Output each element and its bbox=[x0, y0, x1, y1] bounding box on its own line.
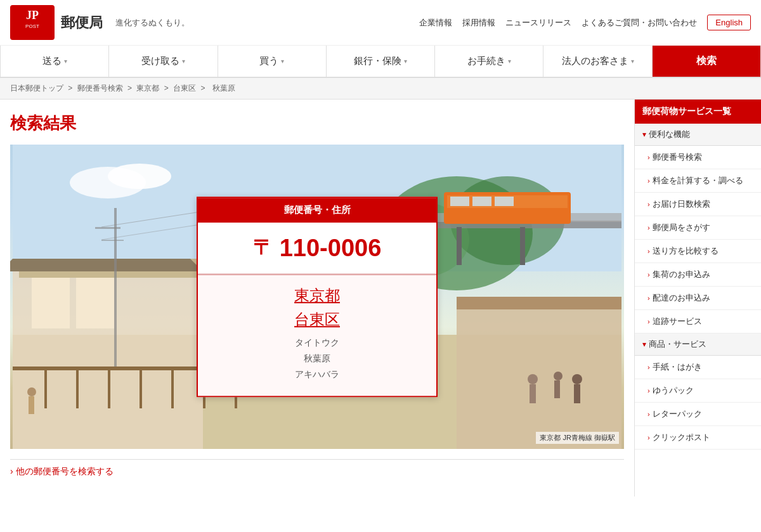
nav-receive[interactable]: 受け取る ▾ bbox=[109, 46, 218, 77]
main-content: 検索結果 bbox=[0, 100, 634, 496]
breadcrumb-separator: > bbox=[164, 84, 171, 93]
svg-rect-41 bbox=[29, 396, 34, 414]
main-nav: 送る ▾ 受け取る ▾ 買う ▾ 銀行・保険 ▾ お手続き ▾ 法人のお客さま … bbox=[0, 46, 761, 78]
recruit-link[interactable]: 採用情報 bbox=[462, 17, 495, 29]
svg-rect-29 bbox=[108, 370, 110, 408]
svg-rect-23 bbox=[495, 197, 514, 206]
chevron-right-icon: › bbox=[647, 153, 650, 161]
sidebar-item-tracking[interactable]: › 追跡サービス bbox=[635, 310, 761, 334]
other-search: 他の郵便番号を検索する bbox=[10, 459, 624, 484]
area-reading: アキハバラ bbox=[211, 367, 424, 383]
sidebar-section-useful[interactable]: ▾ 便利な機能 bbox=[635, 124, 761, 146]
address-section: 東京都 台東区 タイトウク 秋葉原 アキハバラ bbox=[198, 275, 436, 396]
nav-search[interactable]: 検索 bbox=[653, 46, 761, 77]
sidebar-item-letterpack[interactable]: › レターパック bbox=[635, 403, 761, 426]
chevron-right-icon: › bbox=[647, 224, 650, 231]
sidebar-item-delivery-days[interactable]: › お届け日数検索 bbox=[635, 193, 761, 216]
chevron-right-icon: › bbox=[647, 200, 650, 208]
svg-rect-44 bbox=[101, 240, 124, 241]
arrow-icon: ▾ bbox=[642, 130, 646, 139]
hero-area: 郵便番号・住所 〒 110-0006 東京都 台東区 タイトウク 秋葉原 アキハ… bbox=[10, 145, 624, 449]
breadcrumb-separator: > bbox=[200, 84, 207, 93]
header-top: JP POST 郵便局 進化するぬくもり。 企業情報 採用情報 ニュースリリース… bbox=[0, 0, 761, 46]
sidebar: 郵便荷物サービス一覧 ▾ 便利な機能 › 郵便番号検索 › 料金を計算する・調べ… bbox=[634, 100, 761, 496]
svg-rect-21 bbox=[450, 197, 469, 206]
postal-code-value: 110-0006 bbox=[280, 235, 382, 262]
svg-rect-14 bbox=[76, 278, 114, 328]
nav-procedures[interactable]: お手続き ▾ bbox=[435, 46, 543, 77]
postal-code-row: 〒 110-0006 bbox=[198, 223, 436, 274]
breadcrumb-current: 秋葉原 bbox=[212, 84, 235, 93]
svg-rect-42 bbox=[114, 208, 117, 367]
svg-rect-22 bbox=[472, 197, 491, 206]
faq-link[interactable]: よくあるご質問・お問い合わせ bbox=[582, 17, 697, 29]
breadcrumb: 日本郵便トップ > 郵便番号検索 > 東京都 > 台東区 > 秋葉原 bbox=[0, 78, 761, 100]
result-card-header: 郵便番号・住所 bbox=[198, 198, 436, 223]
other-search-link[interactable]: 他の郵便番号を検索する bbox=[10, 466, 114, 476]
svg-rect-25 bbox=[520, 227, 525, 265]
jp-post-logo: JP POST bbox=[10, 5, 55, 40]
english-button[interactable]: English bbox=[707, 15, 751, 30]
sidebar-item-find-post[interactable]: › 郵便局をさがす bbox=[635, 216, 761, 240]
corp-info-link[interactable]: 企業情報 bbox=[419, 17, 452, 29]
svg-rect-43 bbox=[95, 227, 120, 229]
nav-corporate[interactable]: 法人のお客さま ▾ bbox=[543, 46, 652, 77]
sidebar-item-yupack[interactable]: › ゆうパック bbox=[635, 379, 761, 403]
svg-point-5 bbox=[108, 164, 171, 189]
sidebar-item-postal-search[interactable]: › 郵便番号検索 bbox=[635, 146, 761, 169]
arrow-icon: ▾ bbox=[642, 340, 646, 349]
svg-text:JP: JP bbox=[26, 9, 39, 22]
breadcrumb-separator: > bbox=[127, 84, 134, 93]
svg-point-34 bbox=[528, 374, 538, 384]
content-wrapper: 検索結果 bbox=[0, 100, 761, 496]
svg-rect-37 bbox=[554, 380, 560, 398]
svg-rect-39 bbox=[574, 384, 580, 403]
svg-rect-35 bbox=[530, 384, 536, 403]
chevron-icon: ▾ bbox=[182, 58, 185, 65]
svg-rect-27 bbox=[44, 370, 47, 408]
postal-code: 〒 110-0006 bbox=[211, 234, 424, 262]
postal-symbol: 〒 bbox=[253, 234, 273, 262]
prefecture-link[interactable]: 東京都 bbox=[211, 285, 424, 306]
nav-send[interactable]: 送る ▾ bbox=[0, 46, 109, 77]
breadcrumb-home[interactable]: 日本郵便トップ bbox=[10, 84, 63, 93]
svg-rect-15 bbox=[457, 303, 621, 449]
chevron-right-icon: › bbox=[647, 363, 650, 371]
breadcrumb-separator: > bbox=[68, 84, 74, 93]
sidebar-item-letters[interactable]: › 手紙・はがき bbox=[635, 356, 761, 379]
chevron-right-icon: › bbox=[647, 247, 650, 255]
svg-rect-16 bbox=[457, 297, 621, 309]
svg-rect-24 bbox=[457, 227, 462, 265]
area-name: 秋葉原 bbox=[211, 351, 424, 367]
chevron-icon: ▾ bbox=[281, 58, 284, 65]
chevron-right-icon: › bbox=[647, 177, 650, 185]
ward-link[interactable]: 台東区 bbox=[211, 309, 424, 330]
chevron-right-icon: › bbox=[647, 434, 650, 441]
sidebar-item-clickpost[interactable]: › クリックポスト bbox=[635, 426, 761, 450]
breadcrumb-postal-search[interactable]: 郵便番号検索 bbox=[77, 84, 123, 93]
breadcrumb-taito[interactable]: 台東区 bbox=[173, 84, 196, 93]
nav-buy[interactable]: 買う ▾ bbox=[218, 46, 327, 77]
svg-text:POST: POST bbox=[25, 23, 39, 29]
sidebar-item-delivery-apply[interactable]: › 配達のお申込み bbox=[635, 287, 761, 310]
news-link[interactable]: ニュースリリース bbox=[505, 17, 571, 29]
chevron-icon: ▾ bbox=[631, 58, 634, 65]
logo-text: 郵便局 bbox=[61, 13, 103, 32]
tagline: 進化するぬくもり。 bbox=[115, 17, 190, 29]
image-caption: 東京都 JR青梅線 御嶽駅 bbox=[536, 432, 619, 444]
svg-point-40 bbox=[27, 387, 36, 396]
chevron-icon: ▾ bbox=[64, 58, 67, 65]
svg-point-36 bbox=[554, 372, 563, 380]
nav-bank[interactable]: 銀行・保険 ▾ bbox=[327, 46, 435, 77]
chevron-right-icon: › bbox=[647, 318, 650, 325]
svg-point-38 bbox=[572, 374, 582, 384]
sidebar-section-products[interactable]: ▾ 商品・サービス bbox=[635, 334, 761, 356]
sidebar-item-compare[interactable]: › 送り方を比較する bbox=[635, 240, 761, 263]
sidebar-item-calc[interactable]: › 料金を計算する・調べる bbox=[635, 169, 761, 193]
svg-marker-12 bbox=[10, 259, 203, 271]
sidebar-item-pickup[interactable]: › 集荷のお申込み bbox=[635, 263, 761, 287]
ward-reading: タイトウク bbox=[211, 335, 424, 351]
breadcrumb-tokyo[interactable]: 東京都 bbox=[136, 84, 159, 93]
header-top-right: 企業情報 採用情報 ニュースリリース よくあるご質問・お問い合わせ Englis… bbox=[419, 15, 751, 30]
chevron-icon: ▾ bbox=[508, 58, 511, 65]
